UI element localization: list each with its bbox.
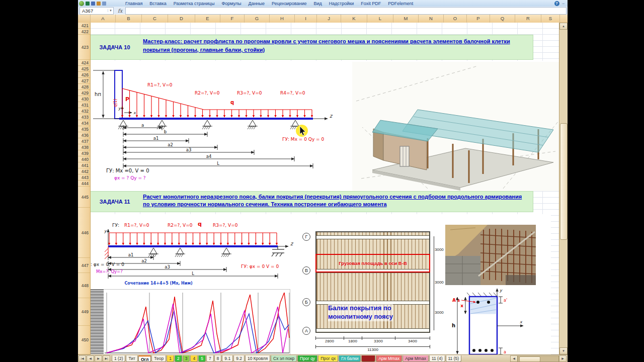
ribbon-tab[interactable]: Разметка страницы bbox=[174, 1, 215, 6]
row-header[interactable]: 448 bbox=[78, 273, 90, 298]
row-header[interactable]: 447 bbox=[78, 258, 90, 273]
column-header[interactable]: F bbox=[220, 15, 245, 23]
row-header[interactable]: 437 bbox=[78, 138, 90, 144]
horizontal-scrollbar[interactable]: ◀ ▶ bbox=[510, 355, 567, 362]
sheet-tab[interactable]: Прог qх bbox=[318, 355, 338, 362]
column-header[interactable]: M bbox=[393, 15, 419, 23]
scroll-right-button[interactable]: ▶ bbox=[559, 355, 567, 362]
ribbon-tab[interactable]: Рецензирование bbox=[272, 1, 307, 6]
sheet-nav-button[interactable]: ▶ bbox=[95, 355, 102, 362]
sheet-tab[interactable]: 8 bbox=[214, 355, 222, 362]
column-header[interactable]: D bbox=[168, 15, 195, 23]
save-icon[interactable] bbox=[91, 2, 95, 6]
sheet-tab[interactable]: Теор bbox=[151, 355, 166, 362]
scroll-left-button[interactable]: ◀ bbox=[510, 355, 518, 362]
row-header[interactable]: 428 bbox=[78, 84, 90, 90]
row-header[interactable]: 430 bbox=[78, 96, 90, 102]
column-header[interactable]: H bbox=[270, 15, 295, 23]
sheet-tab[interactable]: 2 bbox=[175, 355, 182, 362]
sheet-tab[interactable]: 9.1 bbox=[222, 355, 233, 362]
sheet-tab[interactable]: Тит bbox=[126, 355, 137, 362]
ribbon-tab[interactable]: Вставка bbox=[149, 1, 166, 6]
row-header[interactable]: 433 bbox=[78, 114, 90, 120]
column-header[interactable]: G bbox=[245, 15, 270, 23]
column-header[interactable]: J bbox=[317, 15, 341, 23]
column-header[interactable]: A bbox=[91, 15, 116, 23]
row-header[interactable]: 432 bbox=[78, 108, 90, 114]
column-header[interactable]: C bbox=[142, 15, 168, 23]
vertical-scrollbar[interactable]: ▲ ▼ bbox=[559, 23, 568, 354]
redo-icon[interactable] bbox=[102, 2, 106, 6]
vertical-scroll-thumb[interactable] bbox=[560, 123, 568, 240]
sheet-tab[interactable]: Арм Mmax bbox=[376, 355, 402, 362]
scroll-down-button[interactable]: ▼ bbox=[559, 347, 568, 354]
column-header[interactable]: S bbox=[541, 15, 560, 23]
ribbon-tab[interactable]: Данные bbox=[249, 1, 265, 6]
row-header[interactable]: 441 bbox=[78, 162, 90, 168]
sheet-tab[interactable]: Арм Мmax bbox=[403, 355, 429, 362]
quick-access-toolbar[interactable] bbox=[86, 2, 106, 6]
scroll-up-button[interactable]: ▲ bbox=[559, 23, 568, 30]
ribbon-tab[interactable]: Главная bbox=[125, 1, 142, 6]
ribbon-tab[interactable]: Надстройки bbox=[329, 1, 354, 6]
sheet-tab[interactable]: 10 Кровля bbox=[245, 355, 270, 362]
row-header[interactable]: 429 bbox=[78, 90, 90, 96]
row-header[interactable]: 424 bbox=[78, 60, 90, 66]
row-header[interactable]: 438 bbox=[78, 144, 90, 150]
row-header[interactable]: 439 bbox=[78, 150, 90, 156]
sheet-nav-button[interactable]: ◀ bbox=[87, 355, 94, 362]
undo-icon[interactable] bbox=[97, 2, 101, 6]
row-header[interactable]: 434 bbox=[78, 120, 90, 126]
column-header[interactable]: L bbox=[367, 15, 393, 23]
row-header[interactable]: 446 bbox=[78, 208, 90, 258]
column-header[interactable]: O bbox=[444, 15, 467, 23]
column-header[interactable]: N bbox=[419, 15, 444, 23]
sheet-tab[interactable]: 11 (4) bbox=[429, 355, 445, 362]
column-header[interactable]: Q bbox=[490, 15, 515, 23]
row-header[interactable]: 427 bbox=[78, 78, 90, 84]
ribbon-tab[interactable]: Вид bbox=[314, 1, 322, 6]
row-header[interactable]: 449 bbox=[78, 298, 90, 326]
sheet-tab[interactable]: 9.2 bbox=[233, 355, 245, 362]
sheet-tab[interactable]: 4 bbox=[190, 355, 198, 362]
row-header[interactable]: 421 bbox=[78, 23, 90, 29]
sheet-tab[interactable]: 7 bbox=[206, 355, 214, 362]
name-box[interactable]: A367 ▼ bbox=[79, 7, 114, 15]
ribbon-tab[interactable]: Формулы bbox=[221, 1, 241, 6]
column-header[interactable]: R bbox=[515, 15, 541, 23]
sheet-tab[interactable]: Прог qу bbox=[297, 355, 317, 362]
sheet-tab[interactable]: 1 bbox=[167, 355, 174, 362]
row-header[interactable]: 445 bbox=[78, 187, 90, 208]
column-header[interactable]: P bbox=[467, 15, 490, 23]
sheet-nav-button[interactable]: |◀ bbox=[78, 355, 86, 362]
row-header[interactable]: 426 bbox=[78, 72, 90, 78]
row-header[interactable]: 442 bbox=[78, 168, 90, 174]
row-header[interactable]: 450 bbox=[78, 326, 90, 354]
sheet-tab[interactable]: 5 bbox=[198, 355, 206, 362]
sheet-tab[interactable]: Сх эл покр bbox=[271, 355, 297, 362]
row-header[interactable]: 422 bbox=[78, 29, 90, 35]
horizontal-scroll-track[interactable] bbox=[518, 355, 559, 362]
column-header[interactable]: E bbox=[195, 15, 220, 23]
row-header[interactable]: 444 bbox=[78, 180, 90, 187]
name-box-dropdown-icon[interactable]: ▼ bbox=[108, 9, 113, 12]
row-header[interactable]: 436 bbox=[78, 132, 90, 138]
moment-envelope-chart[interactable] bbox=[83, 289, 290, 355]
row-header[interactable]: 425 bbox=[78, 66, 90, 72]
row-header[interactable]: 435 bbox=[78, 126, 90, 132]
column-header[interactable]: B bbox=[116, 15, 142, 23]
insert-function-icon[interactable]: fx bbox=[118, 8, 122, 14]
minimize-ribbon-icon[interactable]: ‒ bbox=[562, 1, 565, 6]
sheet-tab[interactable] bbox=[361, 355, 375, 362]
row-header[interactable]: 423 bbox=[78, 35, 90, 60]
column-header[interactable]: I bbox=[295, 15, 317, 23]
ribbon-tab[interactable]: Foxit PDF bbox=[361, 1, 381, 6]
formula-input[interactable] bbox=[125, 7, 567, 15]
select-all-corner[interactable] bbox=[78, 15, 91, 23]
row-header[interactable]: 443 bbox=[78, 174, 90, 180]
tab-nav-buttons[interactable]: |◀◀▶▶| bbox=[78, 355, 110, 362]
sheet-tab[interactable]: 11 (5) bbox=[446, 355, 462, 362]
column-header[interactable]: K bbox=[341, 15, 367, 23]
help-icon[interactable]: ? bbox=[554, 1, 559, 6]
task11-title[interactable]: Расчет монолитного неразрезного пояса, б… bbox=[139, 192, 533, 212]
